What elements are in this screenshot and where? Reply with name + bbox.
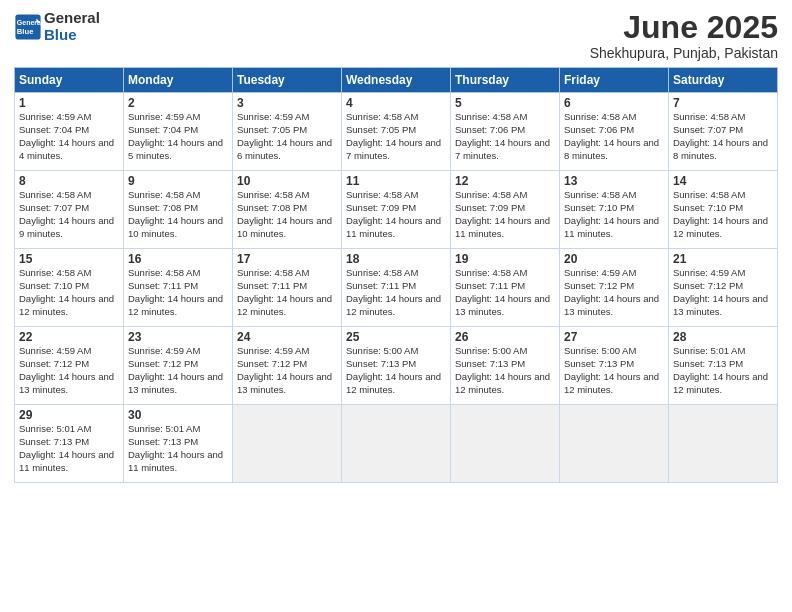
day-number: 14 [673,174,773,188]
week-row-5: 29 Sunrise: 5:01 AMSunset: 7:13 PMDaylig… [15,405,778,483]
day-info: Sunrise: 4:58 AMSunset: 7:10 PMDaylight:… [19,267,119,318]
weekday-header-row: Sunday Monday Tuesday Wednesday Thursday… [15,68,778,93]
day-info: Sunrise: 4:58 AMSunset: 7:06 PMDaylight:… [455,111,555,162]
day-number: 10 [237,174,337,188]
day-info: Sunrise: 4:59 AMSunset: 7:04 PMDaylight:… [128,111,228,162]
day-number: 27 [564,330,664,344]
calendar-cell: 14 Sunrise: 4:58 AMSunset: 7:10 PMDaylig… [669,171,778,249]
day-info: Sunrise: 4:58 AMSunset: 7:11 PMDaylight:… [455,267,555,318]
day-number: 9 [128,174,228,188]
calendar-cell: 2 Sunrise: 4:59 AMSunset: 7:04 PMDayligh… [124,93,233,171]
calendar-cell: 8 Sunrise: 4:58 AMSunset: 7:07 PMDayligh… [15,171,124,249]
calendar-cell: 24 Sunrise: 4:59 AMSunset: 7:12 PMDaylig… [233,327,342,405]
week-row-3: 15 Sunrise: 4:58 AMSunset: 7:10 PMDaylig… [15,249,778,327]
calendar-cell: 15 Sunrise: 4:58 AMSunset: 7:10 PMDaylig… [15,249,124,327]
svg-text:Blue: Blue [17,27,34,36]
day-number: 8 [19,174,119,188]
calendar-cell: 19 Sunrise: 4:58 AMSunset: 7:11 PMDaylig… [451,249,560,327]
calendar-cell: 27 Sunrise: 5:00 AMSunset: 7:13 PMDaylig… [560,327,669,405]
day-info: Sunrise: 4:58 AMSunset: 7:07 PMDaylight:… [19,189,119,240]
day-number: 23 [128,330,228,344]
day-info: Sunrise: 5:01 AMSunset: 7:13 PMDaylight:… [673,345,773,396]
day-info: Sunrise: 5:00 AMSunset: 7:13 PMDaylight:… [455,345,555,396]
calendar-cell: 7 Sunrise: 4:58 AMSunset: 7:07 PMDayligh… [669,93,778,171]
main-container: General Blue General Blue June 2025 Shek… [0,0,792,493]
logo-icon: General Blue [14,13,42,41]
day-info: Sunrise: 4:58 AMSunset: 7:08 PMDaylight:… [128,189,228,240]
calendar-cell: 5 Sunrise: 4:58 AMSunset: 7:06 PMDayligh… [451,93,560,171]
day-number: 7 [673,96,773,110]
day-info: Sunrise: 4:59 AMSunset: 7:05 PMDaylight:… [237,111,337,162]
calendar-cell: 13 Sunrise: 4:58 AMSunset: 7:10 PMDaylig… [560,171,669,249]
day-info: Sunrise: 5:01 AMSunset: 7:13 PMDaylight:… [128,423,228,474]
day-info: Sunrise: 5:00 AMSunset: 7:13 PMDaylight:… [346,345,446,396]
week-row-2: 8 Sunrise: 4:58 AMSunset: 7:07 PMDayligh… [15,171,778,249]
day-info: Sunrise: 4:58 AMSunset: 7:11 PMDaylight:… [128,267,228,318]
day-info: Sunrise: 4:58 AMSunset: 7:06 PMDaylight:… [564,111,664,162]
day-info: Sunrise: 4:59 AMSunset: 7:12 PMDaylight:… [19,345,119,396]
header-saturday: Saturday [669,68,778,93]
week-row-1: 1 Sunrise: 4:59 AMSunset: 7:04 PMDayligh… [15,93,778,171]
day-info: Sunrise: 4:59 AMSunset: 7:04 PMDaylight:… [19,111,119,162]
day-number: 13 [564,174,664,188]
calendar-cell: 10 Sunrise: 4:58 AMSunset: 7:08 PMDaylig… [233,171,342,249]
day-number: 22 [19,330,119,344]
day-info: Sunrise: 4:58 AMSunset: 7:07 PMDaylight:… [673,111,773,162]
logo-blue-text: Blue [44,26,77,43]
header: General Blue General Blue June 2025 Shek… [14,10,778,61]
calendar-cell: 9 Sunrise: 4:58 AMSunset: 7:08 PMDayligh… [124,171,233,249]
day-number: 3 [237,96,337,110]
day-number: 19 [455,252,555,266]
day-info: Sunrise: 4:59 AMSunset: 7:12 PMDaylight:… [673,267,773,318]
day-info: Sunrise: 4:58 AMSunset: 7:10 PMDaylight:… [564,189,664,240]
calendar-cell: 26 Sunrise: 5:00 AMSunset: 7:13 PMDaylig… [451,327,560,405]
day-number: 20 [564,252,664,266]
calendar-cell: 30 Sunrise: 5:01 AMSunset: 7:13 PMDaylig… [124,405,233,483]
day-info: Sunrise: 4:59 AMSunset: 7:12 PMDaylight:… [237,345,337,396]
day-number: 17 [237,252,337,266]
calendar-cell: 3 Sunrise: 4:59 AMSunset: 7:05 PMDayligh… [233,93,342,171]
calendar-cell: 6 Sunrise: 4:58 AMSunset: 7:06 PMDayligh… [560,93,669,171]
day-number: 26 [455,330,555,344]
day-number: 16 [128,252,228,266]
logo: General Blue General Blue [14,10,100,43]
day-number: 12 [455,174,555,188]
day-number: 18 [346,252,446,266]
day-number: 15 [19,252,119,266]
calendar-cell [451,405,560,483]
month-title: June 2025 [590,10,778,45]
day-info: Sunrise: 4:58 AMSunset: 7:09 PMDaylight:… [346,189,446,240]
logo-general-text: General [44,9,100,26]
calendar-cell: 22 Sunrise: 4:59 AMSunset: 7:12 PMDaylig… [15,327,124,405]
header-wednesday: Wednesday [342,68,451,93]
day-info: Sunrise: 4:58 AMSunset: 7:11 PMDaylight:… [237,267,337,318]
calendar-cell [233,405,342,483]
calendar-cell: 1 Sunrise: 4:59 AMSunset: 7:04 PMDayligh… [15,93,124,171]
calendar-cell: 25 Sunrise: 5:00 AMSunset: 7:13 PMDaylig… [342,327,451,405]
day-number: 1 [19,96,119,110]
header-monday: Monday [124,68,233,93]
calendar-cell: 12 Sunrise: 4:58 AMSunset: 7:09 PMDaylig… [451,171,560,249]
day-number: 5 [455,96,555,110]
day-number: 30 [128,408,228,422]
day-number: 11 [346,174,446,188]
header-tuesday: Tuesday [233,68,342,93]
calendar-cell: 17 Sunrise: 4:58 AMSunset: 7:11 PMDaylig… [233,249,342,327]
header-friday: Friday [560,68,669,93]
header-sunday: Sunday [15,68,124,93]
day-number: 2 [128,96,228,110]
day-info: Sunrise: 4:59 AMSunset: 7:12 PMDaylight:… [564,267,664,318]
calendar-cell [560,405,669,483]
day-number: 28 [673,330,773,344]
calendar-cell: 11 Sunrise: 4:58 AMSunset: 7:09 PMDaylig… [342,171,451,249]
calendar-cell: 20 Sunrise: 4:59 AMSunset: 7:12 PMDaylig… [560,249,669,327]
calendar-cell: 21 Sunrise: 4:59 AMSunset: 7:12 PMDaylig… [669,249,778,327]
day-number: 4 [346,96,446,110]
calendar-cell [669,405,778,483]
title-block: June 2025 Shekhupura, Punjab, Pakistan [590,10,778,61]
calendar-cell: 29 Sunrise: 5:01 AMSunset: 7:13 PMDaylig… [15,405,124,483]
week-row-4: 22 Sunrise: 4:59 AMSunset: 7:12 PMDaylig… [15,327,778,405]
day-info: Sunrise: 5:01 AMSunset: 7:13 PMDaylight:… [19,423,119,474]
day-info: Sunrise: 4:58 AMSunset: 7:05 PMDaylight:… [346,111,446,162]
calendar-cell [342,405,451,483]
